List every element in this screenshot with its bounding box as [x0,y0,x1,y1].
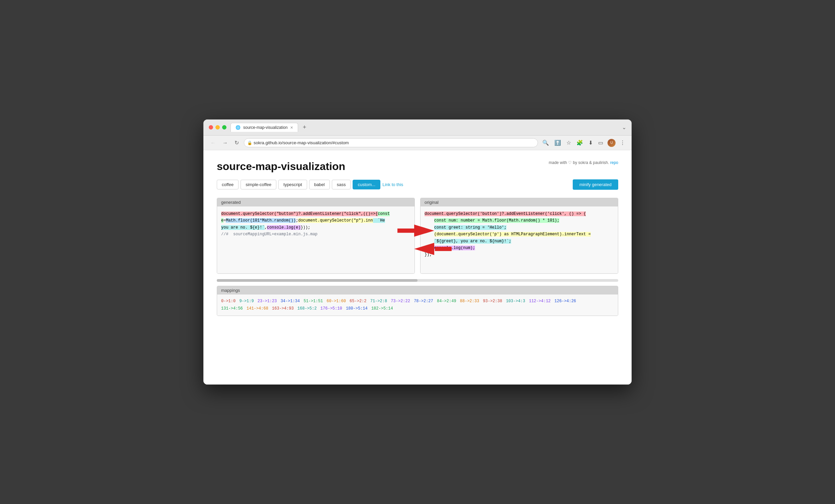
mappings-panel-header: mappings [217,286,618,295]
original-panel: original document.querySelector('button'… [420,198,618,274]
preset-typescript[interactable]: typescript [278,180,307,189]
mapping-item[interactable]: 131->4:56 [221,306,243,311]
mapping-item[interactable]: 60->1:60 [326,299,346,304]
mapping-item[interactable]: 180->5:14 [346,306,368,311]
mapping-item[interactable]: 9->1:9 [239,299,253,304]
tab-title: source-map-visualization [243,125,288,130]
original-panel-body: document.querySelector('button')?.addEve… [421,206,618,274]
search-icon[interactable]: 🔍 [541,139,550,147]
generated-panel-header: generated [217,198,414,206]
gen-line-4: //# sourceMappingURL=example.min.js.map [221,231,410,238]
mapping-item[interactable]: 71->2:8 [370,299,387,304]
tab-menu-button[interactable]: ⌄ [622,124,626,130]
mapping-item[interactable]: 84->2:49 [437,299,456,304]
back-button[interactable]: ← [209,139,218,146]
download-icon[interactable]: ⬇ [587,139,594,147]
mapping-item[interactable]: 34->1:34 [281,299,300,304]
tab-area: 🌐 source-map-visualization × + ⌄ [230,123,626,132]
mappings-body: 0->1:0 9->1:9 23->1:23 34->1:34 51->1:51… [217,295,618,316]
preset-buttons: coffee simple-coffee typescript babel sa… [217,179,618,190]
menu-icon[interactable]: ⋮ [619,139,626,147]
link-to-this[interactable]: Link to this [382,182,403,187]
preset-babel[interactable]: babel [309,180,330,189]
repo-link[interactable]: repo [610,160,618,165]
mapping-item[interactable]: 141->4:68 [247,306,268,311]
mapping-item[interactable]: 0->1:0 [221,299,236,304]
mapping-item[interactable]: 182->5:14 [371,306,393,311]
page-title: source-map-visualization [217,160,345,173]
gen-line-3: you are no. ${e}!`,console.log(e)})); [221,224,410,231]
preset-custom[interactable]: custom... [352,180,380,189]
share-icon[interactable]: ⬆️ [553,139,562,147]
page-header: source-map-visualization made with ♡ by … [217,160,618,173]
mapping-item[interactable]: 73->2:22 [391,299,410,304]
lock-icon: 🔒 [247,141,252,145]
mapping-item[interactable]: 126->4:26 [554,299,576,304]
mapping-item[interactable]: 163->4:93 [272,306,294,311]
title-bar: 🌐 source-map-visualization × + ⌄ [203,119,632,136]
maximize-button[interactable] [222,125,226,129]
tab-favicon: 🌐 [236,125,241,130]
preset-simple-coffee[interactable]: simple-coffee [241,180,276,189]
orig-line-5: `${greet}, you are no. ${num}!`; [425,238,614,245]
orig-line-1: document.querySelector('button')?.addEve… [425,210,614,217]
forward-button[interactable]: → [221,139,229,146]
original-panel-header: original [421,198,618,206]
bookmark-icon[interactable]: ☆ [565,139,572,147]
panels-with-arrows: generated document.querySelector("button… [217,198,618,274]
browser-tab[interactable]: 🌐 source-map-visualization × [230,123,298,132]
address-wrapper: 🔒 [244,138,538,147]
generated-panel: generated document.querySelector("button… [217,198,415,274]
mapping-item[interactable]: 78->2:27 [414,299,433,304]
new-tab-button[interactable]: + [301,123,308,132]
reader-icon[interactable]: ▭ [597,139,604,147]
made-with-text: made with ♡ by sokra & paulirish. [549,160,609,165]
mapping-item[interactable]: 168->5:2 [298,306,317,311]
avatar[interactable]: U [608,139,615,147]
mapping-item[interactable]: 93->2:38 [483,299,503,304]
generated-panel-body: document.querySelector("button")?.addEve… [217,206,414,274]
horizontal-scrollbar[interactable] [217,279,618,282]
preset-sass[interactable]: sass [332,180,351,189]
gen-line-1: document.querySelector("button")?.addEve… [221,210,410,217]
mapping-item[interactable]: 88->2:33 [460,299,480,304]
preset-coffee[interactable]: coffee [217,180,239,189]
gen-line-2: e=Math.floor(101*Math.random());document… [221,217,410,224]
orig-line-6: console.log(num); [425,245,614,251]
address-input[interactable] [244,138,538,147]
orig-line-3: const greet: string = 'Hello'; [425,224,614,231]
traffic-lights [209,125,226,129]
mappings-panel: mappings 0->1:0 9->1:9 23->1:23 34->1:34… [217,286,618,316]
made-with: made with ♡ by sokra & paulirish. repo [549,160,618,165]
minimize-button[interactable] [216,125,220,129]
mapping-item[interactable]: 23->1:23 [258,299,277,304]
reload-button[interactable]: ↻ [233,139,241,146]
toolbar-icons: 🔍 ⬆️ ☆ 🧩 ⬇ ▭ U ⋮ [541,139,626,147]
browser-window: 🌐 source-map-visualization × + ⌄ ← → ↻ 🔒… [203,119,632,385]
page-content: source-map-visualization made with ♡ by … [203,150,632,385]
orig-line-4: (document.querySelector('p') as HTMLPara… [425,231,614,238]
mapping-item[interactable]: 176->5:10 [321,306,342,311]
address-bar: ← → ↻ 🔒 🔍 ⬆️ ☆ 🧩 ⬇ ▭ U ⋮ [203,136,632,150]
orig-line-7: }); [425,251,614,258]
orig-line-2: const num: number = Math.floor(Math.rand… [425,217,614,224]
mapping-item[interactable]: 65->2:2 [350,299,366,304]
scrollbar-thumb [217,279,418,282]
close-button[interactable] [209,125,213,129]
minify-button[interactable]: minify generated [573,179,618,190]
mapping-item[interactable]: 103->4:3 [506,299,525,304]
mapping-item[interactable]: 51->1:51 [303,299,323,304]
panels: generated document.querySelector("button… [217,198,618,274]
extension-icon[interactable]: 🧩 [575,139,584,147]
mapping-item[interactable]: 112->4:12 [529,299,551,304]
tab-close-button[interactable]: × [290,125,293,130]
